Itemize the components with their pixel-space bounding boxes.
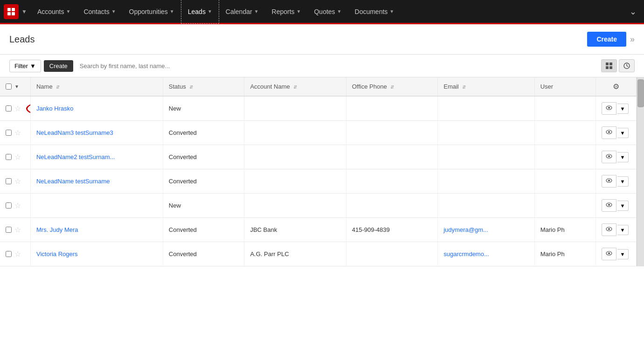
- name-cell-7[interactable]: Victoria Rogers: [30, 242, 163, 266]
- svg-point-18: [608, 180, 610, 181]
- opportunities-dropdown-arrow: ▼: [170, 9, 174, 14]
- star-icon-1[interactable]: ☆: [14, 104, 21, 113]
- scrollbar-thumb[interactable]: [637, 79, 644, 107]
- account-cell-4: [244, 169, 346, 194]
- col-header-status: Status ⇵: [163, 77, 244, 96]
- check-cell-7: ☆: [0, 242, 30, 266]
- nav-item-opportunities[interactable]: Opportunities ▼: [123, 0, 181, 24]
- account-sort-icon[interactable]: ⇵: [293, 84, 297, 90]
- lead-name-link-3[interactable]: NeLeadName2 testSurnam...: [36, 153, 115, 160]
- email-sort-icon[interactable]: ⇵: [462, 84, 466, 90]
- account-cell-5: [244, 194, 346, 218]
- row-checkbox-1[interactable]: [6, 105, 12, 111]
- user-cell-1: [534, 96, 596, 121]
- lead-name-link-7[interactable]: Victoria Rogers: [36, 251, 78, 258]
- app-logo[interactable]: [4, 4, 19, 19]
- page-title: Leads: [9, 34, 35, 45]
- name-cell-6[interactable]: Mrs. Judy Mera: [30, 218, 163, 242]
- email-cell-1: [438, 96, 534, 121]
- phone-sort-icon[interactable]: ⇵: [390, 84, 394, 90]
- select-all-checkbox[interactable]: [6, 84, 12, 90]
- phone-cell-1: [346, 96, 437, 121]
- star-icon-2[interactable]: ☆: [14, 128, 21, 137]
- scrollbar-track[interactable]: [637, 77, 644, 266]
- nav-item-documents[interactable]: Documents ▼: [348, 0, 401, 24]
- nav-item-contacts[interactable]: Contacts ▼: [77, 0, 122, 24]
- create-button[interactable]: Create: [587, 32, 626, 47]
- eye-icon: [606, 153, 612, 160]
- row-dropdown-button-6[interactable]: ▼: [617, 225, 629, 235]
- toolbar-create-button[interactable]: Create: [44, 60, 73, 72]
- filter-button[interactable]: Filter ▼: [9, 60, 41, 72]
- svg-rect-3: [12, 12, 15, 15]
- row-dropdown-button-5[interactable]: ▼: [617, 201, 629, 211]
- email-link-6[interactable]: judymera@gm...: [443, 226, 488, 233]
- view-button-6[interactable]: [602, 223, 616, 236]
- row-checkbox-4[interactable]: [6, 178, 12, 184]
- nav-item-leads[interactable]: Leads ▼: [181, 0, 219, 24]
- grid-icon: [605, 62, 613, 70]
- page-header-expand-arrow[interactable]: »: [630, 35, 635, 44]
- eye-icon: [606, 250, 612, 257]
- star-icon-3[interactable]: ☆: [14, 153, 21, 161]
- email-cell-5: [438, 194, 534, 218]
- lead-name-link-6[interactable]: Mrs. Judy Mera: [36, 226, 78, 233]
- row-dropdown-button-4[interactable]: ▼: [617, 176, 629, 187]
- nav-left-arrow[interactable]: ▼: [21, 8, 27, 15]
- row-dropdown-button-2[interactable]: ▼: [617, 128, 629, 138]
- reports-dropdown-arrow: ▼: [297, 9, 301, 14]
- lead-name-link-2[interactable]: NeLeadNam3 testSurname3: [36, 129, 113, 136]
- search-input[interactable]: [76, 60, 598, 72]
- email-link-7[interactable]: sugarcrmdemo...: [443, 251, 489, 258]
- nav-item-calendar[interactable]: Calendar ▼: [219, 0, 265, 24]
- account-cell-6: JBC Bank: [244, 218, 346, 242]
- nav-item-reports[interactable]: Reports ▼: [265, 0, 308, 24]
- svg-rect-2: [7, 12, 11, 15]
- row-checkbox-7[interactable]: [6, 251, 12, 257]
- name-sort-icon[interactable]: ⇵: [56, 84, 60, 90]
- col-header-email: Email ⇵: [438, 77, 534, 96]
- svg-rect-4: [606, 63, 609, 65]
- lead-name-link-1[interactable]: Janko Hrasko: [36, 105, 73, 112]
- svg-point-14: [608, 131, 610, 133]
- row-checkbox-2[interactable]: [6, 130, 12, 136]
- lead-name-link-4[interactable]: NeLeadName testSurname: [36, 178, 110, 185]
- gear-icon[interactable]: ⚙: [613, 83, 619, 90]
- navbar: ▼ Accounts ▼ Contacts ▼ Opportunities ▼ …: [0, 0, 644, 24]
- view-button-1[interactable]: [602, 102, 616, 115]
- star-icon-5[interactable]: ☆: [14, 201, 21, 210]
- name-cell-1[interactable]: Janko Hrasko: [30, 96, 163, 121]
- account-cell-1: [244, 96, 346, 121]
- name-cell-3[interactable]: NeLeadName2 testSurnam...: [30, 145, 163, 169]
- status-sort-icon[interactable]: ⇵: [189, 84, 193, 90]
- row-dropdown-button-7[interactable]: ▼: [617, 249, 629, 259]
- view-button-4[interactable]: [602, 175, 616, 188]
- nav-end-arrow[interactable]: ⌄: [626, 7, 640, 17]
- view-button-5[interactable]: [602, 199, 616, 212]
- table-row: ☆ New ▼: [0, 194, 637, 218]
- status-cell-5: New: [163, 194, 244, 218]
- accounts-dropdown-arrow: ▼: [66, 9, 70, 14]
- row-checkbox-5[interactable]: [6, 202, 12, 209]
- check-dropdown-arrow[interactable]: ▼: [14, 84, 19, 89]
- check-cell-6: ☆: [0, 218, 30, 242]
- view-button-3[interactable]: [602, 151, 616, 163]
- name-cell-2[interactable]: NeLeadNam3 testSurname3: [30, 121, 163, 145]
- name-cell-4[interactable]: NeLeadName testSurname: [30, 169, 163, 194]
- star-icon-4[interactable]: ☆: [14, 177, 21, 186]
- row-dropdown-button-3[interactable]: ▼: [617, 152, 629, 162]
- star-icon-7[interactable]: ☆: [14, 250, 21, 258]
- view-button-2[interactable]: [602, 126, 616, 139]
- nav-item-accounts[interactable]: Accounts ▼: [31, 0, 77, 24]
- clock-view-button[interactable]: [619, 59, 635, 72]
- row-dropdown-button-1[interactable]: ▼: [617, 104, 629, 114]
- actions-cell-2: ▼: [596, 121, 636, 145]
- col-header-check: ▼: [0, 77, 30, 96]
- star-icon-6[interactable]: ☆: [14, 225, 21, 234]
- filter-dropdown-arrow: ▼: [30, 63, 36, 70]
- grid-view-button[interactable]: [601, 59, 617, 72]
- view-button-7[interactable]: [602, 248, 616, 260]
- row-checkbox-6[interactable]: [6, 227, 12, 233]
- row-checkbox-3[interactable]: [6, 154, 12, 160]
- nav-item-quotes[interactable]: Quotes ▼: [307, 0, 348, 24]
